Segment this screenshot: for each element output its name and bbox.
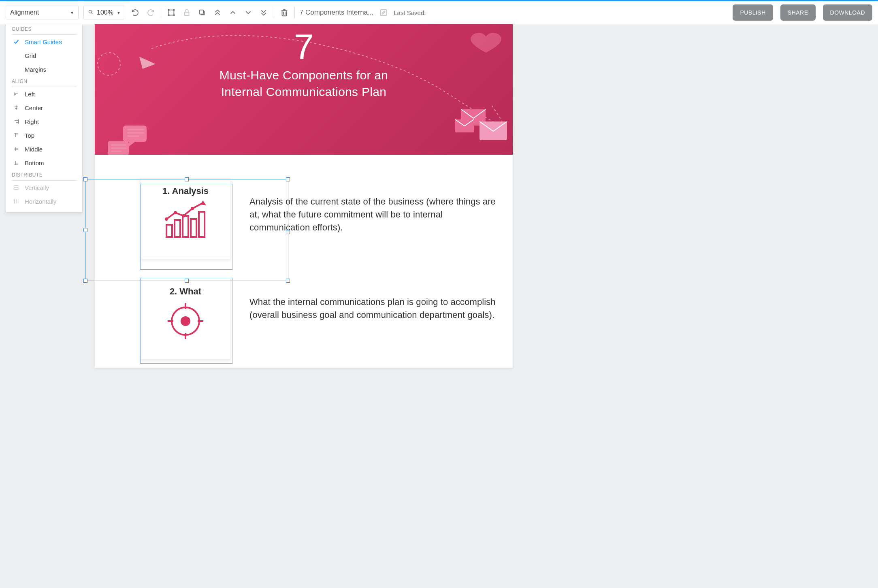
separator: [274, 7, 274, 18]
menu-item-align-left[interactable]: Left: [12, 87, 77, 101]
menu-item-margins[interactable]: Margins: [12, 62, 77, 76]
svg-rect-7: [184, 12, 189, 15]
alignment-dropdown-label: Alignment: [10, 9, 39, 16]
svg-rect-9: [199, 10, 203, 14]
document-canvas[interactable]: 7 Must-Have Components for an Internal C…: [95, 24, 513, 368]
svg-rect-51: [127, 135, 139, 137]
svg-point-63: [191, 207, 194, 210]
document-title: 7 Components Interna...: [300, 9, 373, 17]
svg-rect-55: [166, 225, 172, 237]
svg-rect-58: [191, 219, 196, 237]
menu-item-label: Top: [25, 132, 34, 139]
align-top-icon: [13, 132, 20, 139]
svg-point-61: [174, 211, 177, 214]
menu-section-guides: GUIDES: [12, 26, 77, 35]
svg-rect-50: [127, 132, 144, 134]
menu-item-grid[interactable]: Grid: [12, 49, 77, 62]
lock-icon: [181, 7, 192, 18]
svg-point-3: [168, 9, 169, 11]
align-middle-icon: [13, 145, 20, 153]
hero-banner: 7 Must-Have Components for an Internal C…: [95, 24, 513, 155]
last-saved-label: Last Saved:: [394, 9, 426, 16]
workspace: GUIDES Smart Guides Grid Margins ALIGN L…: [0, 24, 878, 588]
menu-item-label: Margins: [25, 66, 46, 73]
copy-icon[interactable]: [197, 7, 207, 18]
menu-item-label: Grid: [25, 52, 36, 59]
separator: [294, 7, 295, 18]
menu-section-align: ALIGN: [12, 79, 77, 87]
distribute-horizontal-icon: [13, 198, 20, 205]
menu-item-align-center[interactable]: Center: [12, 101, 77, 115]
caret-down-icon: ▼: [70, 11, 74, 15]
card-title: 1. Analysis: [141, 186, 230, 196]
card-what[interactable]: 2. What: [140, 279, 231, 360]
menu-item-label: Middle: [25, 146, 43, 153]
download-button[interactable]: DOWNLOAD: [823, 4, 872, 21]
svg-point-0: [89, 10, 92, 13]
align-right-icon: [13, 118, 20, 125]
menu-section-distribute: DISTRIBUTE: [12, 172, 77, 181]
alignment-dropdown[interactable]: Alignment ▼: [6, 6, 79, 19]
card-title: 2. What: [141, 286, 230, 297]
zoom-value: 100%: [97, 9, 113, 16]
svg-rect-52: [111, 144, 126, 146]
align-left-icon: [13, 90, 20, 98]
send-to-back-icon[interactable]: [258, 7, 269, 18]
distribute-vertical-icon: [13, 184, 20, 191]
alignment-menu: GUIDES Smart Guides Grid Margins ALIGN L…: [6, 24, 83, 213]
svg-rect-15: [381, 10, 387, 16]
svg-rect-49: [127, 129, 144, 130]
resize-handle-bl[interactable]: [83, 279, 87, 283]
blank-icon: [13, 52, 20, 59]
menu-item-label: Horizontally: [25, 198, 56, 205]
target-icon: [141, 300, 230, 342]
menu-item-align-middle[interactable]: Middle: [12, 142, 77, 156]
menu-item-align-bottom[interactable]: Bottom: [12, 156, 77, 170]
svg-point-4: [173, 9, 175, 11]
svg-point-66: [181, 316, 190, 326]
publish-button[interactable]: PUBLISH: [733, 4, 773, 21]
svg-rect-54: [111, 151, 121, 152]
menu-item-distribute-vertically: Vertically: [12, 181, 77, 194]
section-2-description: What the internal communications plan is…: [249, 279, 497, 360]
svg-rect-56: [175, 220, 180, 237]
resize-handle-tl[interactable]: [83, 177, 87, 181]
svg-point-5: [168, 15, 169, 16]
align-center-icon: [13, 104, 20, 111]
group-icon[interactable]: [166, 7, 177, 18]
section-2: 2. What: [95, 267, 513, 368]
zoom-dropdown[interactable]: 100% ▼: [83, 6, 125, 19]
svg-rect-59: [199, 212, 205, 237]
bring-to-front-icon[interactable]: [212, 7, 223, 18]
card-analysis[interactable]: 1. Analysis: [140, 178, 231, 259]
menu-item-label: Vertically: [25, 184, 49, 191]
hero-title-line2: Internal Communications Plan: [221, 85, 387, 98]
svg-point-60: [165, 217, 168, 221]
menu-item-smart-guides[interactable]: Smart Guides: [12, 35, 77, 49]
align-bottom-icon: [13, 159, 20, 166]
separator: [161, 7, 161, 18]
menu-item-align-top[interactable]: Top: [12, 128, 77, 142]
section-1-description: Analysis of the current state of the bus…: [249, 178, 497, 259]
analysis-chart-icon: [141, 200, 230, 242]
menu-item-align-right[interactable]: Right: [12, 115, 77, 128]
caret-down-icon: ▼: [117, 11, 121, 15]
check-icon: [13, 38, 20, 45]
redo-icon: [145, 7, 156, 18]
resize-handle-ml[interactable]: [83, 228, 87, 232]
hero-title-line1: Must-Have Components for an: [220, 68, 388, 82]
menu-item-label: Smart Guides: [25, 38, 62, 45]
send-backward-icon[interactable]: [243, 7, 254, 18]
menu-item-label: Left: [25, 91, 35, 98]
delete-icon[interactable]: [279, 7, 290, 18]
share-button[interactable]: SHARE: [780, 4, 816, 21]
edit-title-icon[interactable]: [378, 7, 389, 18]
undo-icon[interactable]: [130, 7, 141, 18]
svg-rect-10: [282, 11, 286, 16]
bring-forward-icon[interactable]: [228, 7, 238, 18]
menu-item-label: Right: [25, 118, 39, 125]
svg-rect-57: [183, 216, 188, 237]
menu-item-label: Center: [25, 104, 43, 111]
magnifier-icon: [88, 9, 94, 16]
top-toolbar: Alignment ▼ 100% ▼ 7 Components Intern: [0, 0, 878, 24]
